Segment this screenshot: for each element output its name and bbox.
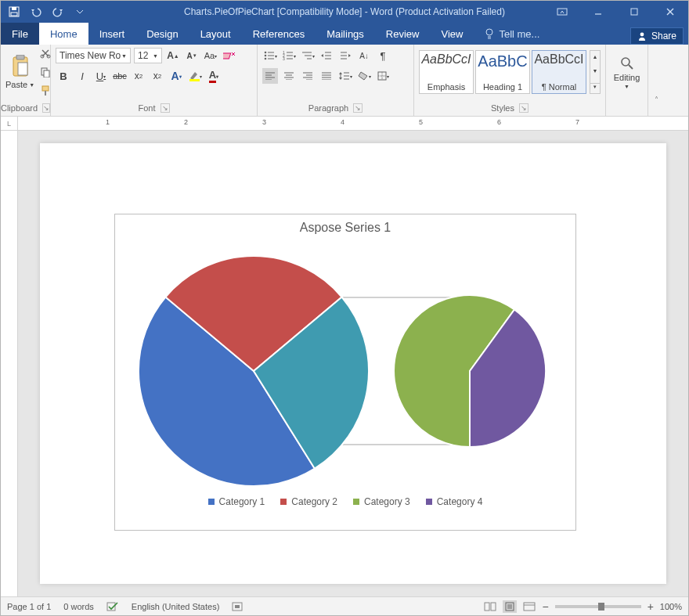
vertical-ruler[interactable] (1, 131, 18, 596)
zoom-slider[interactable] (555, 605, 641, 608)
share-button[interactable]: Share (630, 27, 684, 45)
legend-label: Category 2 (291, 496, 337, 507)
multilevel-list-icon[interactable]: ▾ (300, 48, 316, 63)
ribbon-display-icon[interactable] (544, 1, 580, 23)
tell-me-search[interactable]: Tell me... (474, 23, 550, 45)
shading-icon[interactable]: ▾ (356, 68, 372, 84)
bold-icon[interactable]: B (56, 68, 71, 84)
paste-button[interactable]: Paste▼ (5, 48, 34, 96)
font-name-dropdown[interactable]: Times New Ro▼ (56, 48, 131, 63)
underline-icon[interactable]: U▾ (93, 68, 109, 84)
styles-dialog-launcher[interactable]: ↘ (519, 103, 528, 113)
strike-icon[interactable]: abc (112, 68, 128, 84)
tab-design[interactable]: Design (135, 23, 189, 45)
style-emphasis[interactable]: AaBbCcIEmphasis (419, 50, 474, 94)
zoom-out-button[interactable]: − (542, 600, 548, 613)
style-heading1[interactable]: AaBbCHeading 1 (475, 50, 530, 94)
tab-view[interactable]: View (430, 23, 474, 45)
editing-label: Editing (614, 73, 640, 82)
align-center-icon[interactable] (281, 68, 297, 84)
undo-icon[interactable] (26, 3, 46, 20)
text-effects-icon[interactable]: A▾ (168, 68, 184, 84)
pie-of-pie-chart[interactable]: Aspose Series 1 (114, 214, 576, 531)
legend-item: Category 4 (426, 496, 483, 507)
group-styles: AaBbCcIEmphasis AaBbCHeading 1 AaBbCcI¶ … (414, 45, 606, 116)
clear-format-icon[interactable] (222, 48, 237, 63)
chevron-up-icon: ▲ (590, 54, 600, 59)
group-editing: Editing ▼ (606, 45, 648, 116)
redo-icon[interactable] (48, 3, 68, 20)
page-viewport[interactable]: Aspose Series 1 (18, 131, 688, 596)
tab-mailings[interactable]: Mailings (316, 23, 375, 45)
group-font: Times New Ro▼ 12▼ A▲ A▼ Aa▾ B I U▾ abc x… (51, 45, 258, 116)
tab-home[interactable]: Home (39, 23, 88, 45)
superscript-icon[interactable]: x2 (150, 68, 165, 84)
macro-icon[interactable] (232, 602, 243, 611)
font-color-icon[interactable]: A▾ (206, 68, 222, 84)
web-layout-icon[interactable] (523, 602, 536, 611)
svg-rect-82 (524, 603, 535, 611)
font-size-dropdown[interactable]: 12▼ (134, 48, 162, 63)
status-bar: Page 1 of 1 0 words English (United Stat… (1, 596, 688, 615)
search-icon (619, 56, 635, 71)
svg-rect-13 (16, 55, 24, 59)
tab-layout[interactable]: Layout (189, 23, 242, 45)
decrease-indent-icon[interactable] (319, 48, 334, 63)
paragraph-dialog-launcher[interactable]: ↘ (353, 103, 363, 113)
read-mode-icon[interactable] (484, 602, 496, 611)
collapse-ribbon[interactable]: ˄ (648, 45, 664, 116)
tab-references[interactable]: References (242, 23, 316, 45)
line-spacing-icon[interactable]: ▾ (337, 68, 353, 84)
borders-icon[interactable]: ▾ (375, 68, 391, 84)
increase-indent-icon[interactable] (337, 48, 353, 63)
numbering-icon[interactable]: 123▾ (281, 48, 297, 63)
minimize-icon[interactable] (580, 1, 616, 23)
language-indicator[interactable]: English (United States) (132, 602, 220, 611)
tab-review[interactable]: Review (375, 23, 431, 45)
chevron-down-icon: ▼ (29, 82, 34, 88)
person-icon (637, 31, 647, 41)
style-normal[interactable]: AaBbCcI¶ Normal (532, 50, 586, 94)
horizontal-ruler[interactable]: L 1 2 3 4 5 6 7 (1, 117, 688, 131)
qat-customize-icon[interactable] (70, 3, 90, 20)
subscript-icon[interactable]: x2 (131, 68, 146, 84)
italic-icon[interactable]: I (74, 68, 90, 84)
highlight-icon[interactable]: ▾ (187, 68, 203, 84)
styles-scroll[interactable]: ▲ ▼ ▾ (590, 50, 601, 94)
close-icon[interactable] (652, 1, 688, 23)
page-indicator[interactable]: Page 1 of 1 (7, 602, 51, 611)
print-layout-icon[interactable] (503, 600, 517, 613)
change-case-icon[interactable]: Aa▾ (203, 48, 218, 63)
justify-icon[interactable] (319, 68, 334, 84)
chevron-down-icon: ▼ (590, 68, 600, 74)
save-icon[interactable] (4, 3, 24, 20)
group-paragraph: ▾ 123▾ ▾ A↓ ¶ ▾ ▾ ▾ Para (258, 45, 414, 116)
zoom-level[interactable]: 100% (660, 602, 682, 611)
clipboard-dialog-launcher[interactable]: ↘ (42, 103, 50, 113)
svg-point-69 (622, 58, 629, 66)
svg-rect-14 (18, 63, 27, 75)
tab-insert[interactable]: Insert (88, 23, 136, 45)
shrink-font-icon[interactable]: A▼ (184, 48, 200, 63)
zoom-thumb[interactable] (598, 603, 604, 611)
font-group-label: Font (138, 103, 155, 113)
sort-icon[interactable]: A↓ (356, 48, 372, 63)
legend-label: Category 1 (219, 496, 265, 507)
align-right-icon[interactable] (300, 68, 316, 84)
maximize-icon[interactable] (616, 1, 652, 23)
bullets-icon[interactable]: ▾ (262, 48, 278, 63)
zoom-in-button[interactable]: + (648, 600, 654, 613)
legend-item: Category 2 (280, 496, 337, 507)
font-dialog-launcher[interactable]: ↘ (161, 103, 170, 113)
legend-swatch (353, 499, 359, 505)
tab-file[interactable]: File (1, 23, 39, 45)
spellcheck-icon[interactable] (106, 601, 119, 612)
show-marks-icon[interactable]: ¶ (375, 48, 391, 63)
page: Aspose Series 1 (40, 143, 666, 584)
align-left-icon[interactable] (262, 68, 278, 84)
svg-rect-21 (223, 53, 231, 59)
word-count[interactable]: 0 words (63, 602, 94, 611)
editing-button[interactable]: Editing ▼ (611, 48, 643, 96)
svg-rect-24 (189, 79, 200, 81)
grow-font-icon[interactable]: A▲ (165, 48, 181, 63)
